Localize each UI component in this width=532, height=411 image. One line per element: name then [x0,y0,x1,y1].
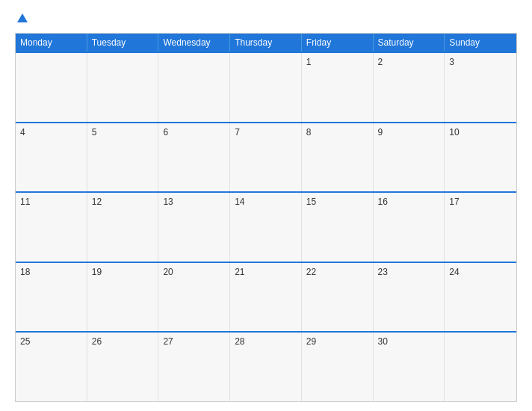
calendar-cell: 13 [158,193,230,262]
calendar-cell [158,53,230,122]
calendar-cell: 11 [16,193,87,262]
calendar-cell [230,53,302,122]
calendar-cell: 16 [374,193,445,262]
day-number: 28 [235,336,297,347]
calendar-cell: 24 [445,263,516,332]
calendar-body: 1234567891011121314151617181920212223242… [16,52,516,401]
day-number: 16 [378,197,440,207]
day-number: 5 [92,127,154,137]
calendar-week: 252627282930 [16,331,516,401]
calendar-cell: 7 [230,123,302,192]
day-number: 25 [20,336,82,347]
calendar-grid: MondayTuesdayWednesdayThursdayFridaySatu… [15,33,517,402]
day-number: 6 [163,127,225,137]
weekday-header: Tuesday [87,34,159,52]
calendar-cell: 17 [445,193,516,262]
logo [15,12,30,25]
calendar-cell: 26 [87,333,159,401]
calendar-cell: 28 [230,333,302,401]
calendar-cell: 19 [87,263,159,332]
day-number: 2 [378,57,440,67]
weekday-header: Wednesday [158,34,230,52]
day-number: 24 [449,267,512,277]
calendar-cell: 4 [16,123,87,192]
day-number: 11 [20,197,82,207]
calendar-cell: 5 [87,123,159,192]
day-number: 20 [163,267,225,277]
day-number: 4 [20,127,82,137]
weekday-header: Thursday [230,34,302,52]
day-number: 29 [306,336,368,347]
day-number: 14 [235,197,297,207]
day-number: 21 [235,267,297,277]
day-number: 10 [449,127,512,137]
calendar-cell: 30 [374,333,445,401]
day-number: 8 [306,127,368,137]
day-number: 12 [92,197,154,207]
calendar-cell: 23 [374,263,445,332]
calendar-cell: 20 [158,263,230,332]
calendar-week: 18192021222324 [16,262,516,332]
day-number: 27 [163,336,225,347]
calendar-cell [16,53,87,122]
calendar-cell: 1 [302,53,374,122]
weekday-header: Saturday [374,34,445,52]
calendar-header: MondayTuesdayWednesdayThursdayFridaySatu… [16,34,516,52]
day-number: 17 [449,197,512,207]
calendar-cell [87,53,159,122]
calendar-cell: 27 [158,333,230,401]
calendar-cell: 15 [302,193,374,262]
calendar-cell: 18 [16,263,87,332]
calendar-cell: 25 [16,333,87,401]
weekday-header: Monday [16,34,87,52]
calendar-cell: 14 [230,193,302,262]
calendar-week: 11121314151617 [16,191,516,262]
calendar-cell: 22 [302,263,374,332]
day-number: 9 [378,127,440,137]
day-number: 3 [449,57,512,67]
calendar-page: MondayTuesdayWednesdayThursdayFridaySatu… [0,0,532,411]
day-number: 1 [306,57,368,67]
day-number: 30 [378,336,440,347]
day-number: 26 [92,336,154,347]
calendar-cell: 9 [374,123,445,192]
calendar-cell: 6 [158,123,230,192]
day-number: 22 [306,267,368,277]
calendar-cell: 8 [302,123,374,192]
day-number: 19 [92,267,154,277]
logo-icon [16,12,29,25]
calendar-cell: 10 [445,123,516,192]
day-number: 15 [306,197,368,207]
page-header [15,12,517,25]
svg-marker-0 [17,13,28,22]
weekday-header: Friday [302,34,374,52]
day-number: 7 [235,127,297,137]
calendar-week: 123 [16,52,516,122]
day-number: 18 [20,267,82,277]
calendar-cell: 12 [87,193,159,262]
calendar-cell [445,333,516,401]
day-number: 23 [378,267,440,277]
calendar-cell: 21 [230,263,302,332]
calendar-cell: 29 [302,333,374,401]
calendar-cell: 3 [445,53,516,122]
weekday-header: Sunday [445,34,516,52]
day-number: 13 [163,197,225,207]
calendar-week: 45678910 [16,122,516,192]
calendar-cell: 2 [374,53,445,122]
